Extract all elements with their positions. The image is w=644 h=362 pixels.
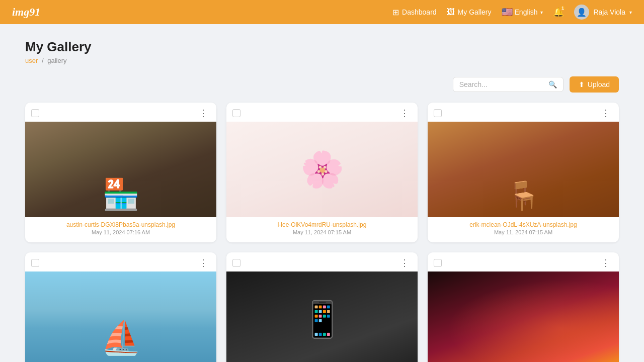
- gallery-grid: ⋮ austin-curtis-DGXi8Pbas5a-unsplash.jpg…: [25, 103, 619, 362]
- search-icon: 🔍: [548, 80, 557, 88]
- card-menu-2[interactable]: ⋮: [599, 108, 613, 119]
- card-checkbox-5[interactable]: [434, 259, 442, 267]
- user-name: Raja Viola: [593, 8, 625, 16]
- breadcrumb: user / gallery: [25, 57, 619, 64]
- notification-badge: 1: [559, 5, 566, 12]
- card-date-1: May 11, 2024 07:15 AM: [232, 229, 412, 235]
- flag-icon: 🇺🇸: [502, 7, 513, 18]
- card-menu-5[interactable]: ⋮: [599, 257, 613, 268]
- gallery-label: My Gallery: [458, 8, 492, 16]
- breadcrumb-user[interactable]: user: [25, 57, 38, 64]
- card-header: ⋮: [226, 252, 418, 272]
- card-filename-1[interactable]: i-lee-OlKVo4mrdRU-unsplash.jpg: [232, 221, 412, 228]
- gallery-card: ⋮ austin-curtis-DGXi8Pbas5a-unsplash.jpg…: [25, 103, 216, 242]
- notification-bell[interactable]: 🔔 1: [553, 7, 564, 18]
- dashboard-label: Dashboard: [402, 8, 437, 16]
- card-checkbox-2[interactable]: [434, 109, 442, 117]
- card-date-0: May 11, 2024 07:16 AM: [31, 229, 210, 235]
- card-image-5[interactable]: [428, 272, 619, 362]
- breadcrumb-separator: /: [42, 57, 44, 64]
- card-header: ⋮: [428, 103, 619, 122]
- main-content: My Gallery user / gallery 🔍 ⬆ Upload ⋮ a…: [0, 24, 644, 362]
- user-menu[interactable]: 👤 Raja Viola ▾: [574, 5, 632, 20]
- upload-button[interactable]: ⬆ Upload: [570, 76, 619, 93]
- toolbar: 🔍 ⬆ Upload: [25, 76, 619, 93]
- gallery-icon: 🖼: [447, 8, 455, 17]
- page-title: My Gallery: [25, 39, 619, 55]
- search-input[interactable]: [459, 80, 544, 88]
- card-image-4[interactable]: [226, 272, 418, 362]
- card-checkbox-0[interactable]: [31, 109, 39, 117]
- card-image-1[interactable]: [226, 122, 418, 217]
- gallery-card: ⋮ erik-mclean-OJdL-4sXUzA-unsplash.jpg M…: [428, 103, 619, 242]
- dashboard-icon: ⊞: [392, 8, 399, 17]
- upload-icon: ⬆: [579, 80, 585, 88]
- card-info-0: austin-curtis-DGXi8Pbas5a-unsplash.jpg M…: [25, 217, 216, 242]
- card-filename-0[interactable]: austin-curtis-DGXi8Pbas5a-unsplash.jpg: [31, 221, 210, 228]
- avatar: 👤: [574, 5, 589, 20]
- nav-dashboard[interactable]: ⊞ Dashboard: [392, 8, 437, 17]
- user-chevron-icon: ▾: [629, 10, 632, 15]
- card-info-2: erik-mclean-OJdL-4sXUzA-unsplash.jpg May…: [428, 217, 619, 242]
- card-info-1: i-lee-OlKVo4mrdRU-unsplash.jpg May 11, 2…: [226, 217, 418, 242]
- card-date-2: May 11, 2024 07:15 AM: [434, 229, 613, 235]
- card-image-2[interactable]: [428, 122, 619, 217]
- search-box: 🔍: [453, 77, 564, 92]
- upload-label: Upload: [588, 80, 610, 88]
- breadcrumb-current: gallery: [47, 57, 66, 64]
- gallery-card: ⋮ neeraj-pramanik-RVDnPmc0Inc-unsplash.j…: [25, 252, 216, 362]
- card-header: ⋮: [25, 252, 216, 272]
- card-header: ⋮: [428, 252, 619, 272]
- gallery-card: ⋮ i-lee-OlKVo4mrdRU-unsplash.jpg May 11,…: [226, 103, 418, 242]
- gallery-card: ⋮ and-machines-Oa3iix7QVRa-unsplash.jpg …: [428, 252, 619, 362]
- card-header: ⋮: [226, 103, 418, 122]
- card-checkbox-3[interactable]: [31, 259, 39, 267]
- card-menu-1[interactable]: ⋮: [398, 108, 412, 119]
- language-selector[interactable]: 🇺🇸 English ▾: [502, 7, 543, 18]
- card-image-0[interactable]: [25, 122, 216, 217]
- nav-gallery[interactable]: 🖼 My Gallery: [447, 8, 492, 17]
- gallery-card: ⋮ allison-saeng-dKmwbcvaQ3a-unsplash.jpg…: [226, 252, 418, 362]
- card-checkbox-1[interactable]: [232, 109, 240, 117]
- card-menu-0[interactable]: ⋮: [197, 108, 210, 119]
- chevron-down-icon: ▾: [540, 10, 543, 15]
- card-image-3[interactable]: [25, 272, 216, 362]
- card-menu-3[interactable]: ⋮: [197, 257, 210, 268]
- card-checkbox-4[interactable]: [232, 259, 240, 267]
- header-nav: ⊞ Dashboard 🖼 My Gallery 🇺🇸 English ▾ 🔔 …: [392, 5, 632, 20]
- logo: img91: [12, 6, 40, 19]
- card-filename-2[interactable]: erik-mclean-OJdL-4sXUzA-unsplash.jpg: [434, 221, 613, 228]
- header: img91 ⊞ Dashboard 🖼 My Gallery 🇺🇸 Englis…: [0, 0, 644, 24]
- language-label: English: [515, 8, 538, 16]
- card-menu-4[interactable]: ⋮: [398, 257, 412, 268]
- card-header: ⋮: [25, 103, 216, 122]
